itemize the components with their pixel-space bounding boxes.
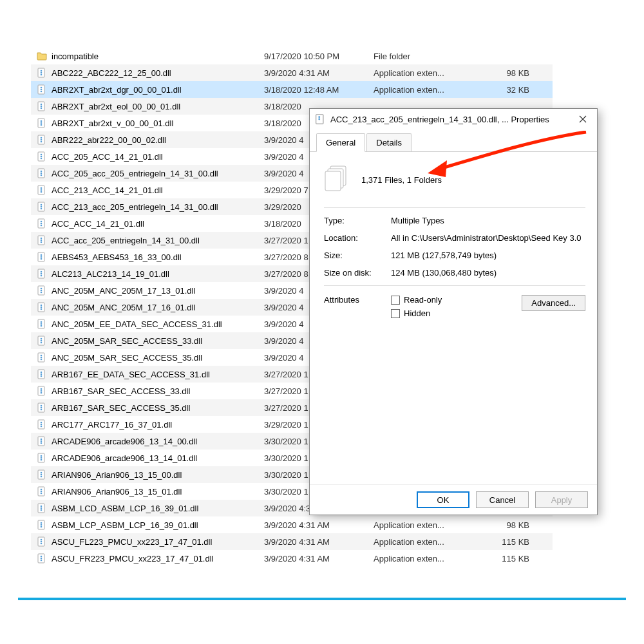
apply-button[interactable]: Apply bbox=[535, 491, 588, 508]
file-date: 3/9/2020 4:31 AM bbox=[264, 537, 374, 547]
svg-point-10 bbox=[41, 106, 43, 108]
svg-point-13 bbox=[41, 120, 43, 122]
location-label: Location: bbox=[324, 233, 391, 243]
svg-point-95 bbox=[41, 459, 43, 461]
svg-point-113 bbox=[41, 539, 43, 541]
hidden-label: Hidden bbox=[404, 308, 430, 318]
svg-point-46 bbox=[41, 256, 43, 258]
file-size: 98 KB bbox=[483, 520, 535, 530]
file-name: ABR2XT_abr2xt_v_00_00_01.dll bbox=[52, 118, 264, 128]
svg-point-103 bbox=[41, 493, 43, 495]
file-date: 3/18/2020 12:48 AM bbox=[264, 85, 374, 95]
file-type: Application exten... bbox=[374, 520, 483, 530]
svg-point-105 bbox=[41, 506, 43, 507]
svg-point-115 bbox=[41, 543, 43, 545]
dll-icon bbox=[36, 335, 48, 346]
file-name: ABR2XT_abr2xt_eol_00_00_01.dll bbox=[52, 102, 264, 111]
svg-point-15 bbox=[41, 124, 43, 126]
svg-point-90 bbox=[41, 440, 43, 442]
advanced-button[interactable]: Advanced... bbox=[522, 295, 585, 311]
svg-point-9 bbox=[41, 104, 43, 106]
file-size: 115 KB bbox=[483, 537, 535, 547]
hidden-checkbox[interactable]: Hidden bbox=[391, 308, 522, 318]
file-row[interactable]: incompatible9/17/2020 10:50 PMFile folde… bbox=[31, 48, 553, 64]
dll-icon bbox=[315, 113, 327, 125]
dll-icon bbox=[36, 452, 48, 464]
svg-point-54 bbox=[41, 290, 43, 292]
file-name: ARB167_EE_DATA_SEC_ACCESS_31.dll bbox=[52, 370, 264, 379]
svg-point-57 bbox=[41, 305, 43, 307]
file-name: ABC222_ABC222_12_25_00.dll bbox=[52, 68, 264, 78]
folder-icon bbox=[36, 50, 48, 62]
svg-point-117 bbox=[41, 556, 43, 558]
close-button[interactable] bbox=[571, 110, 594, 128]
svg-point-70 bbox=[41, 357, 43, 359]
file-name: ACC_acc_205_entriegeln_14_31_00.dll bbox=[52, 236, 264, 245]
svg-point-17 bbox=[41, 137, 43, 139]
svg-point-33 bbox=[41, 204, 43, 206]
svg-point-122 bbox=[318, 118, 320, 120]
svg-point-26 bbox=[41, 173, 43, 175]
svg-point-42 bbox=[41, 240, 43, 242]
file-row[interactable]: ASBM_LCP_ASBM_LCP_16_39_01.dll3/9/2020 4… bbox=[31, 516, 553, 533]
dialog-body: 1,371 Files, 1 Folders Type: Multiple Ty… bbox=[310, 152, 597, 484]
file-name: ANC_205M_ANC_205M_17_13_01.dll bbox=[52, 286, 264, 296]
file-name: ACC_205_ACC_14_21_01.dll bbox=[52, 152, 264, 162]
ok-button[interactable]: OK bbox=[417, 491, 469, 508]
dll-icon bbox=[36, 352, 48, 363]
svg-point-53 bbox=[41, 288, 43, 290]
tab-details[interactable]: Details bbox=[366, 133, 412, 151]
file-name: ASCU_FR223_PMCU_xx223_17_47_01.dll bbox=[52, 554, 264, 564]
dll-icon bbox=[36, 100, 48, 112]
svg-point-101 bbox=[41, 489, 43, 491]
file-name: ANC_205M_SAR_SEC_ACCESS_35.dll bbox=[52, 353, 264, 363]
file-row[interactable]: ASCU_FL223_PMCU_xx223_17_47_01.dll3/9/20… bbox=[31, 533, 553, 550]
file-date: 3/9/2020 4:31 AM bbox=[264, 554, 374, 564]
dll-icon bbox=[36, 368, 48, 380]
svg-point-29 bbox=[41, 187, 43, 189]
multi-file-icon bbox=[324, 165, 350, 194]
file-size: 115 KB bbox=[483, 554, 535, 564]
svg-point-34 bbox=[41, 206, 43, 208]
svg-point-59 bbox=[41, 308, 43, 310]
svg-point-58 bbox=[41, 307, 43, 308]
dialog-footer: OK Cancel Apply bbox=[310, 484, 597, 515]
svg-point-39 bbox=[41, 225, 43, 227]
size-on-disk-value: 124 MB (130,068,480 bytes) bbox=[391, 268, 585, 278]
file-date: 3/9/2020 4:31 AM bbox=[264, 520, 374, 530]
size-label: Size: bbox=[324, 251, 391, 260]
type-value: Multiple Types bbox=[391, 216, 585, 225]
size-on-disk-label: Size on disk: bbox=[324, 268, 391, 278]
svg-point-14 bbox=[41, 122, 43, 124]
svg-point-35 bbox=[41, 208, 43, 210]
readonly-checkbox[interactable]: Read-only bbox=[391, 295, 522, 305]
dll-icon bbox=[36, 117, 48, 129]
dll-icon bbox=[36, 251, 48, 263]
file-name: ASBM_LCD_ASBM_LCP_16_39_01.dll bbox=[52, 504, 264, 513]
cancel-button[interactable]: Cancel bbox=[476, 491, 529, 508]
file-name: ARC177_ARC177_16_37_01.dll bbox=[52, 420, 264, 430]
tab-bar: General Details bbox=[310, 129, 597, 152]
file-row[interactable]: ABC222_ABC222_12_25_00.dll3/9/2020 4:31 … bbox=[31, 64, 553, 81]
svg-point-67 bbox=[41, 342, 43, 344]
file-name: ALC213_ALC213_14_19_01.dll bbox=[52, 269, 264, 279]
file-name: ARB167_SAR_SEC_ACCESS_33.dll bbox=[52, 386, 264, 396]
svg-point-6 bbox=[41, 89, 43, 91]
svg-point-47 bbox=[41, 258, 43, 260]
file-row[interactable]: ABR2XT_abr2xt_dgr_00_00_01.dll3/18/2020 … bbox=[31, 81, 553, 98]
dialog-titlebar[interactable]: ACC_213_acc_205_entriegeln_14_31_00.dll,… bbox=[310, 109, 597, 129]
svg-point-71 bbox=[41, 359, 43, 361]
dll-icon bbox=[36, 419, 48, 430]
svg-point-94 bbox=[41, 457, 43, 459]
svg-point-21 bbox=[41, 154, 43, 156]
file-type: Application exten... bbox=[374, 85, 483, 95]
dll-icon bbox=[36, 435, 48, 447]
svg-point-89 bbox=[41, 439, 43, 440]
dll-icon bbox=[36, 385, 48, 397]
svg-point-78 bbox=[41, 390, 43, 392]
dll-icon bbox=[36, 536, 48, 547]
separator bbox=[324, 207, 585, 208]
tab-general[interactable]: General bbox=[316, 133, 365, 152]
svg-point-119 bbox=[41, 560, 43, 562]
file-name: ANC_205M_EE_DATA_SEC_ACCESS_31.dll bbox=[52, 319, 264, 329]
